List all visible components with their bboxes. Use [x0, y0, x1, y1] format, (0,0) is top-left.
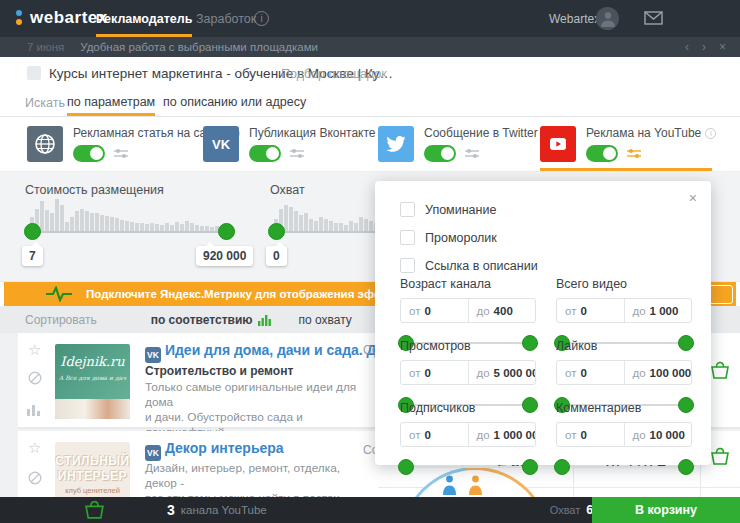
checkbox-box: [400, 258, 415, 273]
channel-youtube-label: Реклама на YouTube: [586, 126, 701, 140]
channel-youtube-toggle[interactable]: [586, 145, 618, 162]
filter-from-input[interactable]: от0: [401, 299, 468, 322]
channel-vk-toggle[interactable]: [249, 145, 281, 162]
channel-vk-settings-icon[interactable]: [290, 148, 304, 160]
add-to-cart-icon[interactable]: [710, 447, 730, 466]
channel-twitter-settings-icon[interactable]: [465, 148, 479, 160]
tab-by-params[interactable]: по параметрам: [67, 88, 155, 116]
reach-slider-min-handle[interactable]: [268, 223, 285, 240]
tab-by-description[interactable]: по описанию или адресу: [163, 88, 306, 116]
channel-youtube-settings-icon[interactable]: [627, 148, 641, 160]
filter-slider: [400, 459, 536, 475]
notification-close-icon[interactable]: ×: [719, 40, 726, 54]
result-title-link[interactable]: VK Декор интерьера: [145, 440, 284, 461]
nav-tab-earnings-label: Заработок: [196, 12, 256, 26]
block-icon[interactable]: [28, 471, 42, 485]
filter-to-input[interactable]: до5 000 000+: [468, 361, 536, 384]
filter-to-input[interactable]: до1 000 000+: [468, 423, 536, 446]
filter-to-input[interactable]: до100 000+: [624, 361, 692, 384]
slider-min-handle[interactable]: [398, 459, 414, 475]
checkbox-promo[interactable]: Проморолик: [400, 230, 497, 245]
tab-by-description-label: по описанию или адресу: [163, 95, 306, 109]
notification-next-icon[interactable]: ›: [702, 40, 706, 54]
channel-twitter: Сообщение в Twitteri: [378, 126, 553, 162]
channel-filters-row: Рекламная статья на сайтеi VK Публикация…: [0, 117, 740, 172]
campaign-checkbox[interactable]: [27, 66, 41, 80]
checkbox-mention[interactable]: Упоминание: [400, 202, 496, 217]
popup-close-icon[interactable]: ×: [689, 190, 697, 206]
filter-from-input[interactable]: от0: [401, 423, 468, 446]
sort-by-match-label: по соответствию: [151, 313, 253, 327]
thumbnail-shelf: [55, 399, 130, 419]
slider-max-handle[interactable]: [678, 459, 694, 475]
checkbox-box: [400, 230, 415, 245]
notification-date: 7 июня: [27, 41, 64, 53]
search-tabs-row: Искать по параметрам по описанию или адр…: [0, 88, 740, 117]
channel-youtube-info-icon[interactable]: i: [705, 128, 716, 139]
mail-icon[interactable]: [644, 11, 663, 25]
filter-from-input[interactable]: от0: [557, 299, 624, 322]
webartex-logo[interactable]: webartex: [16, 8, 108, 28]
cart-reach-label: Охват: [550, 504, 581, 516]
nav-tab-earnings[interactable]: Заработок: [196, 0, 256, 37]
info-icon[interactable]: i: [254, 11, 269, 26]
checkbox-link-description[interactable]: Ссылка в описании: [400, 258, 538, 273]
channel-site-settings-icon[interactable]: [114, 148, 128, 160]
channel-twitter-toggle[interactable]: [424, 145, 456, 162]
result-thumbnail[interactable]: Idejnik.ru А Все для дома и дач: [55, 344, 130, 419]
filter-to-input[interactable]: до400: [468, 299, 536, 322]
account-name: Webartex: [549, 12, 600, 26]
slider-max-handle[interactable]: [522, 459, 538, 475]
user-avatar[interactable]: [596, 7, 619, 30]
vk-badge-icon: VK: [145, 445, 161, 461]
favorite-star-icon[interactable]: ☆: [28, 439, 41, 457]
person-icon: [601, 11, 615, 27]
block-icon[interactable]: [28, 371, 42, 385]
youtube-active-underline: [540, 168, 712, 171]
webartex-app: webartex Рекламодатель Заработок i Webar…: [0, 0, 740, 523]
globe-icon: [27, 126, 63, 162]
sort-bars-icon: [258, 314, 271, 326]
campaign-action-label: Подбор площадок: [281, 67, 387, 81]
thumbnail-line3: клуб ценителей: [55, 486, 130, 495]
sort-by-match[interactable]: по соответствию: [151, 313, 271, 327]
favorite-star-icon[interactable]: ☆: [28, 341, 41, 359]
reach-min-tooltip: 0: [266, 246, 287, 266]
slider-min-handle[interactable]: [554, 459, 570, 475]
price-histogram: [30, 199, 229, 232]
channel-site-toggle[interactable]: [73, 145, 105, 162]
price-slider-min-handle[interactable]: [24, 223, 41, 240]
vk-icon: VK: [203, 126, 239, 162]
filter-label: Лайков: [556, 339, 692, 353]
sort-by-reach[interactable]: по охвату: [299, 313, 352, 327]
filter-from-input[interactable]: от0: [401, 361, 468, 384]
filter-subscribers: Подписчиков от0 до1 000 000+: [400, 401, 536, 475]
filter-from-input[interactable]: от0: [557, 361, 624, 384]
stats-bars-icon[interactable]: [27, 403, 42, 416]
price-slider-max-handle[interactable]: [218, 223, 235, 240]
filter-label: Подписчиков: [400, 401, 536, 415]
notification-text: Удобная работа с выбранными площадками: [80, 41, 318, 53]
filter-to-input[interactable]: до10 000: [624, 423, 692, 446]
pulse-icon: [46, 286, 72, 302]
notification-prev-icon[interactable]: ‹: [685, 40, 689, 54]
cart-count-label: канала YouTube: [181, 504, 267, 516]
search-tabs-label: Искать: [25, 96, 65, 110]
thumbnail-line1: СТИЛЬНЫЙ: [55, 454, 130, 468]
youtube-icon: [540, 126, 576, 162]
filter-from-input[interactable]: от0: [557, 423, 624, 446]
logo-dots-icon: [16, 8, 24, 28]
reach-filter-label: Охват: [270, 183, 305, 197]
cart-count: 3: [167, 502, 175, 518]
filter-to-input[interactable]: до1 000: [624, 299, 692, 322]
price-slider-track[interactable]: [33, 231, 229, 233]
channel-youtube: Реклама на YouTubei: [540, 126, 716, 162]
filter-label: Просмотров: [400, 339, 536, 353]
result-category: Строительство и ремонт: [145, 364, 293, 378]
add-to-cart-button[interactable]: В корзину: [592, 497, 740, 523]
campaign-row: Курсы интернет маркетинга - обучение в М…: [0, 57, 740, 88]
price-max-tooltip: 920 000: [196, 246, 253, 266]
nav-tab-advertiser[interactable]: Рекламодатель: [96, 0, 192, 37]
add-to-cart-icon[interactable]: [710, 361, 730, 380]
notification-bar: 7 июня Удобная работа с выбранными площа…: [0, 37, 740, 57]
